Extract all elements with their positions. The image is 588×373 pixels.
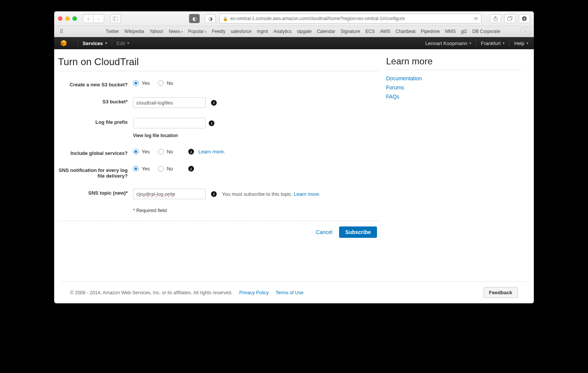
label-global-services: Include global services? xyxy=(58,149,133,156)
window-controls[interactable] xyxy=(58,16,77,21)
privacy-link[interactable]: Privacy Policy xyxy=(239,290,269,295)
account-menu[interactable]: Lennart Koopmann▾ xyxy=(425,41,472,46)
svg-rect-0 xyxy=(113,17,118,21)
radio-create-bucket-no[interactable] xyxy=(158,80,164,86)
sidebar-link-forums[interactable]: Forums xyxy=(386,84,404,91)
bookmark-item[interactable]: gl2 xyxy=(461,29,467,34)
radio-global-no[interactable] xyxy=(158,149,164,155)
bookmark-item[interactable]: Pipedrive xyxy=(421,29,440,34)
services-menu[interactable]: Services▾ xyxy=(83,41,107,46)
new-tab-button[interactable]: ＋ xyxy=(521,28,530,35)
log-prefix-input[interactable] xyxy=(133,118,206,128)
bookmark-item[interactable]: Yahoo! xyxy=(149,29,163,34)
info-icon[interactable]: i xyxy=(188,166,194,172)
required-field-note: * Required field xyxy=(133,208,378,213)
tabs-button[interactable] xyxy=(504,14,516,23)
sidebar-link-faqs[interactable]: FAQs xyxy=(386,94,399,100)
help-menu[interactable]: Help▾ xyxy=(514,41,529,46)
bookmark-item[interactable]: Feedly xyxy=(212,29,225,34)
sns-topic-input[interactable] xyxy=(133,189,206,199)
label-s3-bucket: S3 bucket* xyxy=(58,97,133,105)
copyright: © 2008 - 2014, Amazon Web Services, Inc.… xyxy=(70,290,232,295)
zoom-icon[interactable] xyxy=(72,16,77,21)
address-bar[interactable]: 🔒 eu-central-1.console.aws.amazon.com/cl… xyxy=(219,14,482,23)
radio-label-yes: Yes xyxy=(142,80,150,86)
url-text: eu-central-1.console.aws.amazon.com/clou… xyxy=(230,16,405,21)
downloads-button[interactable] xyxy=(519,14,530,23)
bookmark-item[interactable]: sipgate xyxy=(297,29,312,34)
bookmark-item[interactable]: Twitter xyxy=(106,29,119,34)
radio-global-yes[interactable] xyxy=(133,149,139,155)
bookmark-item[interactable]: ECS xyxy=(365,29,375,34)
reload-icon[interactable]: ⟳ xyxy=(474,16,478,22)
nav-back-forward[interactable]: ‹ › xyxy=(83,14,104,23)
bookmark-item[interactable]: mgmt xyxy=(257,29,268,34)
aws-logo-icon[interactable] xyxy=(59,39,68,47)
bookmark-item[interactable]: Chartbeat xyxy=(396,29,416,34)
bookmarks-bar: ⠿ Twitter Wikipedia Yahoo! News▾ Popular… xyxy=(54,26,534,37)
info-icon[interactable]: i xyxy=(209,120,214,126)
info-icon[interactable]: i xyxy=(211,191,217,197)
learn-more-link[interactable]: Learn more. xyxy=(199,149,225,155)
feedback-button[interactable]: Feedback xyxy=(483,287,518,298)
privacy-button[interactable]: ◑ xyxy=(205,14,216,23)
minimize-icon[interactable] xyxy=(65,16,70,21)
back-button[interactable]: ‹ xyxy=(83,14,94,23)
subscribe-button[interactable]: Subscribe xyxy=(339,226,377,238)
share-button[interactable] xyxy=(490,14,501,23)
page-title: Turn on CloudTrail xyxy=(58,56,378,71)
bookmark-item[interactable]: News▾ xyxy=(169,29,183,34)
s3-bucket-input[interactable] xyxy=(133,97,206,108)
sidebar-title: Learn more xyxy=(386,56,521,70)
sns-subscribe-note: You must subscribe to this topic. Learn … xyxy=(222,191,321,197)
bookmark-item[interactable]: Popular▾ xyxy=(188,29,206,34)
bookmark-item[interactable]: salesforce xyxy=(231,29,252,34)
browser-chrome: ‹ › ◐ ◑ 🔒 eu-central-1.console.aws.amazo… xyxy=(54,11,534,37)
label-create-bucket: Create a new S3 bucket? xyxy=(58,80,133,87)
apps-icon[interactable]: ⠿ xyxy=(58,28,65,35)
footer: © 2008 - 2014, Amazon Web Services, Inc.… xyxy=(61,281,527,303)
radio-label-no: No xyxy=(167,80,173,86)
label-log-prefix: Log file prefix xyxy=(58,118,133,125)
terms-link[interactable]: Terms of Use xyxy=(275,290,303,295)
info-icon[interactable]: i xyxy=(211,100,217,106)
bookmark-item[interactable]: MMS xyxy=(445,29,456,34)
learn-more-link[interactable]: Learn more. xyxy=(294,191,321,197)
sidebar-link-documentation[interactable]: Documentation xyxy=(386,75,422,81)
label-sns-delivery: SNS notification for every log file deli… xyxy=(58,166,133,179)
radio-sns-no[interactable] xyxy=(158,166,164,172)
edit-menu[interactable]: Edit▾ xyxy=(117,41,129,46)
svg-rect-5 xyxy=(508,17,511,20)
forward-button[interactable]: › xyxy=(94,14,104,23)
radio-create-bucket-yes[interactable] xyxy=(133,80,139,86)
bookmark-item[interactable]: Signature xyxy=(341,29,360,34)
label-sns-topic: SNS topic (new)* xyxy=(58,189,133,196)
sidebar-button[interactable] xyxy=(110,14,121,23)
view-log-location-link[interactable]: View log file location xyxy=(133,133,178,138)
bookmark-item[interactable]: DB Corporate xyxy=(472,29,500,34)
cancel-button[interactable]: Cancel xyxy=(316,229,333,235)
info-icon[interactable]: i xyxy=(188,149,194,155)
bookmark-item[interactable]: Wikipedia xyxy=(124,29,144,34)
aws-navbar: Services▾ Edit▾ Lennart Koopmann▾ Frankf… xyxy=(54,37,534,49)
lock-icon: 🔒 xyxy=(223,16,228,21)
reader-button[interactable]: ◐ xyxy=(189,14,200,23)
bookmark-item[interactable]: AWS xyxy=(380,29,390,34)
close-icon[interactable] xyxy=(58,16,63,21)
region-menu[interactable]: Frankfurt▾ xyxy=(481,41,505,46)
bookmark-item[interactable]: Calendar xyxy=(317,29,335,34)
bookmark-item[interactable]: Analytics xyxy=(274,29,292,34)
radio-sns-yes[interactable] xyxy=(133,166,139,172)
